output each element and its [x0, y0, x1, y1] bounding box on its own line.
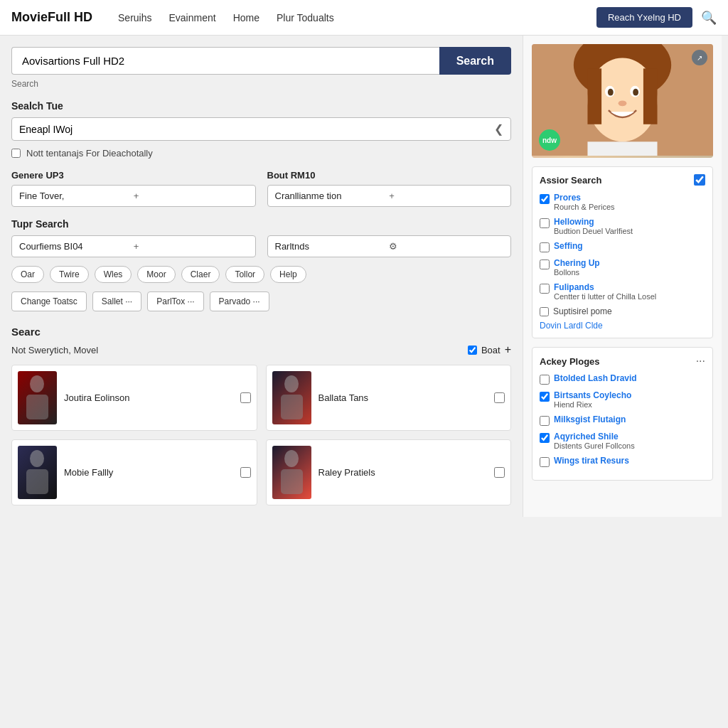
assior-item-text: ProresRourch & Perices: [554, 193, 705, 211]
ackey-item: Wings tirat Resurs: [540, 456, 705, 467]
ackey-item-checkbox[interactable]: [540, 392, 550, 402]
tupr-row: Courfiems BI04 + Rarltnds ⚙: [11, 235, 511, 257]
bout-group: Bout RM10 Cranllianme tion +: [267, 170, 512, 207]
movie-checkbox[interactable]: [494, 467, 505, 478]
ackey-item-checkbox[interactable]: [540, 375, 550, 385]
tag-button[interactable]: Tollor: [225, 266, 264, 283]
svg-point-15: [619, 100, 627, 106]
tag-button[interactable]: Twire: [50, 266, 89, 283]
logo: MovieFull HD: [11, 10, 92, 25]
assior-section: Assior Search ProresRourch & PericesHell…: [532, 166, 713, 338]
ackey-item-title[interactable]: Birtsants Coylecho: [554, 390, 705, 400]
action-button[interactable]: Parvado ···: [210, 291, 269, 311]
tag-button[interactable]: Claer: [181, 266, 220, 283]
tupr-right-input[interactable]: Rarltnds ⚙: [267, 235, 512, 257]
assior-item: Seffing: [540, 241, 705, 252]
tupr-left-input[interactable]: Courfiems BI04 +: [11, 235, 256, 257]
assior-item-title[interactable]: Prores: [554, 193, 705, 203]
assior-item-text: Seffing: [554, 241, 705, 251]
movie-title: Raley Pratiels: [318, 467, 488, 478]
movie-checkbox[interactable]: [240, 392, 251, 403]
clear-button[interactable]: ❮: [494, 122, 503, 136]
ackey-item-text: Birtsants CoylechoHiend Riex: [554, 390, 705, 409]
movie-checkbox[interactable]: [240, 467, 251, 478]
ackey-item-title[interactable]: Milksgist Flutaign: [554, 414, 705, 424]
assior-link[interactable]: Dovin Lardl Clde: [540, 321, 705, 331]
ackey-item-title[interactable]: Btolded Lash Dravid: [554, 373, 705, 383]
ackey-item-title[interactable]: Wings tirat Resurs: [554, 456, 705, 466]
search-input[interactable]: [11, 47, 439, 75]
movie-title: Joutira Eolinson: [64, 392, 233, 403]
assior-static-checkbox[interactable]: [540, 307, 549, 316]
results-title: Searc: [11, 326, 511, 338]
bout-label: Bout RM10: [267, 170, 512, 181]
assior-checkbox[interactable]: [694, 174, 705, 186]
add-icon[interactable]: +: [505, 343, 511, 356]
reach-button[interactable]: Reach Yxelng HD: [596, 7, 692, 28]
assior-item-title[interactable]: Fulipands: [554, 282, 705, 292]
nav-link-home[interactable]: Home: [233, 12, 259, 23]
action-button[interactable]: ParlTox ···: [147, 291, 203, 311]
search-icon[interactable]: 🔍: [701, 10, 717, 26]
video-badge: ↗: [692, 50, 707, 65]
nav-link-seruihs[interactable]: Seruihs: [118, 12, 151, 23]
filter-text-input[interactable]: [19, 124, 494, 135]
ackey-item-checkbox[interactable]: [540, 433, 550, 443]
movie-title: Ballata Tans: [318, 392, 488, 403]
nav-link-evainment[interactable]: Evainment: [168, 12, 215, 23]
gear-icon[interactable]: ⚙: [389, 241, 503, 252]
search-button[interactable]: Search: [439, 47, 511, 75]
tag-button[interactable]: Help: [270, 266, 306, 283]
movie-card: Ballata Tans: [266, 365, 512, 431]
ackey-item-checkbox[interactable]: [540, 416, 550, 426]
svg-point-13: [608, 89, 614, 96]
assior-item: Chering UpBollons: [540, 258, 705, 277]
filter-checkbox[interactable]: [11, 149, 21, 158]
genre-group: Genere UP3 Fine Tover, +: [11, 170, 256, 207]
action-btns-row: Change ToatscSallet ···ParlTox ···Parvad…: [11, 291, 511, 311]
movie-grid: Joutira EolinsonBallata TansMobie Fallly…: [11, 365, 511, 505]
assior-item-checkbox[interactable]: [540, 242, 550, 252]
nav-link-plurtodualts[interactable]: Plur Todualts: [277, 12, 334, 23]
bout-dropdown[interactable]: Cranllianme tion +: [267, 185, 512, 207]
assior-item-title[interactable]: Chering Up: [554, 258, 705, 268]
filter-text-input-container: ❮: [11, 117, 511, 141]
checkbox-label: Nott tentanajs For Dieachotally: [26, 148, 153, 159]
assior-item: ProresRourch & Perices: [540, 193, 705, 211]
assior-item-checkbox[interactable]: [540, 194, 550, 204]
ackey-item-text: Btolded Lash Dravid: [554, 373, 705, 383]
ackey-header: Ackey Ploges ···: [540, 355, 705, 368]
movie-poster: [18, 446, 57, 499]
assior-item-title[interactable]: Hellowing: [554, 217, 705, 227]
results-subtitle-row: Not Swerytich, Movel Boat +: [11, 343, 511, 356]
assior-item-checkbox[interactable]: [540, 259, 550, 269]
movie-card: Joutira Eolinson: [11, 365, 257, 431]
assior-item-checkbox[interactable]: [540, 284, 550, 294]
genre-dropdown[interactable]: Fine Tover, +: [11, 185, 256, 207]
ackey-item-checkbox[interactable]: [540, 457, 550, 467]
assior-item-title[interactable]: Seffing: [554, 241, 705, 251]
assior-title: Assior Search: [540, 175, 694, 186]
tupr-label: Tupr Search: [11, 218, 511, 230]
svg-point-6: [284, 450, 299, 467]
movie-poster: [18, 371, 57, 424]
ackey-item: Birtsants CoylechoHiend Riex: [540, 390, 705, 409]
svg-rect-17: [643, 68, 658, 124]
tag-button[interactable]: Oar: [11, 266, 44, 283]
movie-checkbox[interactable]: [494, 392, 505, 403]
tag-button[interactable]: Wles: [95, 266, 132, 283]
action-button[interactable]: Change Toatsc: [11, 291, 87, 311]
movie-poster: [272, 371, 311, 424]
main-content: Search Search Sealch Tue ❮ Nott tentanaj…: [0, 36, 523, 517]
assior-item-checkbox[interactable]: [540, 218, 550, 228]
assior-item-sub: Bollons: [554, 268, 705, 277]
assior-item-sub: Budtion Deuel Varlfiest: [554, 227, 705, 235]
ackey-item-title[interactable]: Aqyriched Shile: [554, 432, 705, 441]
ackey-item: Btolded Lash Dravid: [540, 373, 705, 385]
ackey-dots-button[interactable]: ···: [696, 355, 705, 368]
tag-button[interactable]: Moor: [137, 266, 175, 283]
assior-item-text: HellowingBudtion Deuel Varlfiest: [554, 217, 705, 235]
action-button[interactable]: Sallet ···: [92, 291, 141, 311]
navbar: MovieFull HD Seruihs Evainment Home Plur…: [0, 0, 728, 36]
boot-checkbox[interactable]: [468, 346, 477, 355]
